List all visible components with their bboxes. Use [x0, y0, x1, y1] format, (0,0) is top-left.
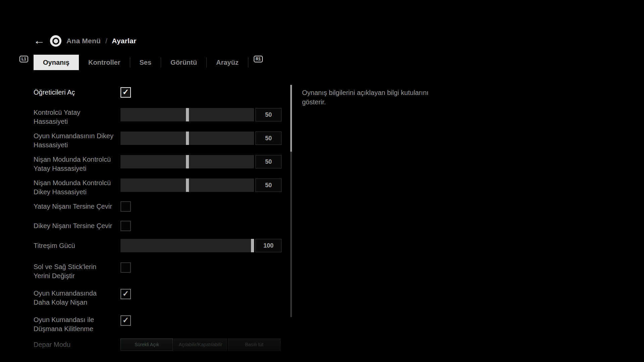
- setting-label: Öğreticileri Aç: [34, 88, 120, 97]
- setting-row-kolay-nisan: Oyun Kumandasında Daha Kolay Nişan ✓: [34, 289, 283, 307]
- setting-label: Sol ve Sağ Stick'lerin Yerini Değiştir: [34, 262, 120, 280]
- slider-nisan-dikey[interactable]: [120, 178, 254, 192]
- slider-thumb[interactable]: [186, 178, 189, 192]
- setting-label: Oyun Kumandasında Daha Kolay Nişan: [34, 289, 120, 307]
- setting-label: Oyun Kumandası ile Düşmana Kilitlenme: [34, 315, 120, 333]
- r1-shoulder-badge-icon: R1: [254, 56, 263, 62]
- setting-label: Oyun Kumandasının Dikey Hassasiyeti: [34, 132, 120, 150]
- slider-thumb[interactable]: [251, 239, 254, 252]
- slider-value: 50: [255, 132, 282, 145]
- checkbox-ogreticileri-ac[interactable]: ✓: [120, 87, 131, 98]
- slider-kumanda-dikey[interactable]: [120, 132, 254, 145]
- scrollbar-thumb[interactable]: [290, 85, 292, 152]
- tab-divider: [248, 57, 248, 67]
- segment-basili-tut[interactable]: Basılı tut: [228, 339, 281, 351]
- breadcrumb-root: Ana Menü: [66, 37, 101, 45]
- slider-titresim[interactable]: [120, 239, 254, 252]
- segmented-depar-modu: Sürekli Açık Açılabilir/Kapatılabilir Ba…: [120, 339, 281, 351]
- slider-value: 100: [255, 239, 282, 252]
- tab-oynanis[interactable]: Oynanış: [34, 55, 79, 70]
- setting-label: Kontrolcü Yatay Hassasiyeti: [34, 108, 120, 126]
- circle-button-ring: [52, 38, 59, 45]
- slider-thumb[interactable]: [186, 132, 189, 145]
- checkmark-icon: ✓: [122, 316, 129, 324]
- setting-row-nisan-yatay: Nişan Modunda Kontrolcü Yatay Hassasiyet…: [34, 155, 283, 173]
- settings-tab-bar: L1 Oynanış Kontroller Ses Görüntü Arayüz…: [19, 55, 263, 70]
- setting-description-text: Oynanış bilgilerini açıklayan bilgi kutu…: [302, 88, 446, 107]
- slider-group: 50: [120, 155, 282, 168]
- checkmark-icon: ✓: [122, 290, 129, 298]
- setting-row-yatay-tersine: Yatay Nişanı Tersine Çevir ✓: [34, 201, 283, 212]
- setting-row-dusmana-kilitlenme: Oyun Kumandası ile Düşmana Kilitlenme ✓: [34, 315, 283, 333]
- setting-row-depar-modu: Depar Modu Sürekli Açık Açılabilir/Kapat…: [34, 339, 283, 351]
- breadcrumb-text: Ana Menü / Ayarlar: [66, 37, 136, 45]
- checkbox-kolay-nisan[interactable]: ✓: [120, 289, 131, 299]
- slider-kontrolcu-yatay[interactable]: [120, 108, 254, 121]
- checkbox-dusmana-kilitlenme[interactable]: ✓: [120, 315, 131, 326]
- setting-label: Titreşim Gücü: [34, 241, 120, 250]
- checkmark-icon: ✓: [122, 88, 129, 96]
- slider-thumb[interactable]: [186, 108, 189, 121]
- setting-label: Nişan Modunda Kontrolcü Yatay Hassasiyet…: [34, 155, 120, 173]
- tab-kontroller[interactable]: Kontroller: [79, 55, 130, 70]
- tab-ses[interactable]: Ses: [130, 55, 161, 70]
- setting-label: Nişan Modunda Kontrolcü Dikey Hassasiyet…: [34, 178, 120, 197]
- segment-acilabilir-kapatilabilir[interactable]: Açılabilir/Kapatılabilir: [174, 339, 227, 351]
- settings-scrollbar[interactable]: [290, 85, 292, 317]
- setting-row-ogreticileri-ac: Öğreticileri Aç ✓: [34, 87, 283, 98]
- slider-group: 50: [120, 132, 282, 145]
- breadcrumb-separator: /: [105, 37, 107, 45]
- slider-group: 50: [120, 178, 282, 192]
- tab-arayuz[interactable]: Arayüz: [207, 55, 248, 70]
- setting-label: Dikey Nişanı Tersine Çevir: [34, 221, 120, 230]
- slider-value: 50: [255, 178, 282, 192]
- page-title: Ayarlar: [112, 37, 136, 45]
- checkbox-stick-degistir[interactable]: ✓: [120, 262, 131, 273]
- slider-nisan-yatay[interactable]: [120, 155, 254, 168]
- setting-row-titresim: Titreşim Gücü 100: [34, 239, 283, 252]
- l1-shoulder-badge-icon: L1: [19, 56, 28, 62]
- setting-row-kumanda-dikey: Oyun Kumandasının Dikey Hassasiyeti 50: [34, 132, 283, 150]
- checkbox-dikey-tersine[interactable]: ✓: [120, 221, 131, 231]
- setting-row-stick-degistir: Sol ve Sağ Stick'lerin Yerini Değiştir ✓: [34, 262, 283, 280]
- setting-label: Yatay Nişanı Tersine Çevir: [34, 202, 120, 211]
- slider-value: 50: [255, 155, 282, 168]
- slider-value: 50: [255, 108, 282, 121]
- setting-row-nisan-dikey: Nişan Modunda Kontrolcü Dikey Hassasiyet…: [34, 178, 283, 197]
- setting-row-dikey-tersine: Dikey Nişanı Tersine Çevir ✓: [34, 221, 283, 231]
- back-arrow-icon[interactable]: ←: [34, 35, 45, 46]
- circle-button-icon: [50, 35, 61, 47]
- slider-thumb[interactable]: [186, 155, 189, 168]
- setting-row-kontrolcu-yatay: Kontrolcü Yatay Hassasiyeti 50: [34, 108, 283, 126]
- setting-label: Depar Modu: [34, 340, 120, 349]
- checkbox-yatay-tersine[interactable]: ✓: [120, 201, 131, 212]
- segment-surekli-acik[interactable]: Sürekli Açık: [120, 339, 173, 351]
- slider-group: 100: [120, 239, 282, 252]
- slider-group: 50: [120, 108, 282, 121]
- tab-goruntu[interactable]: Görüntü: [161, 55, 206, 70]
- breadcrumb: ← Ana Menü / Ayarlar: [34, 34, 136, 48]
